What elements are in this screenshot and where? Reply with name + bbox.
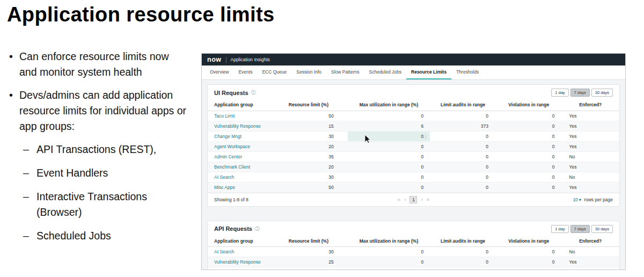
ui-requests-section: UI Requests ⓘ 1 day7 days30 days Applica… bbox=[207, 84, 620, 207]
table-row: Taco Limit50000Yes bbox=[208, 111, 619, 121]
cell: 0 bbox=[430, 131, 496, 141]
table-row: Agent Workspace20000Yes bbox=[208, 141, 619, 151]
current-page[interactable]: 1 bbox=[410, 196, 418, 203]
cell: 20 bbox=[269, 162, 348, 172]
app-screenshot-panel: now Application Insights OverviewEventsE… bbox=[201, 53, 626, 270]
showing-count: Showing 1-8 of 8 bbox=[214, 197, 248, 202]
application-group-link[interactable]: Vulnerability Response bbox=[214, 259, 261, 265]
api-requests-section: API Requests ⓘ 1 day7 days30 days Applic… bbox=[207, 221, 620, 271]
range-button-1-day[interactable]: 1 day bbox=[551, 225, 568, 233]
column-header: Application group bbox=[208, 99, 269, 111]
rows-per-page-select[interactable]: 10 ▾ bbox=[573, 197, 581, 202]
cell: 50 bbox=[269, 111, 348, 121]
application-group-link[interactable]: Admin Center bbox=[214, 154, 242, 159]
section-title: API Requests bbox=[214, 225, 252, 232]
cell: 373 bbox=[430, 121, 496, 131]
cell: Yes bbox=[562, 131, 619, 141]
pagination: « ‹ 1 › » bbox=[398, 196, 430, 203]
cell: 0 bbox=[430, 182, 496, 192]
column-header: Application group bbox=[208, 236, 269, 247]
cell: Admin Center bbox=[208, 151, 269, 162]
cell: 0 bbox=[430, 111, 496, 121]
tab-overview[interactable]: Overview bbox=[205, 65, 233, 79]
range-button-30-days[interactable]: 30 days bbox=[591, 225, 613, 233]
bullet-list: Can enforce resource limits now and moni… bbox=[8, 49, 187, 252]
cell: 0 bbox=[430, 162, 496, 172]
panel-content: UI Requests ⓘ 1 day7 days30 days Applica… bbox=[202, 80, 625, 270]
cell: 30 bbox=[269, 247, 348, 257]
cell: AI Search bbox=[208, 172, 269, 182]
tab-thresholds[interactable]: Thresholds bbox=[451, 65, 484, 79]
table-row: AI Search30000No bbox=[208, 247, 619, 257]
cell: Taco Limit bbox=[208, 111, 269, 121]
product-name: Application Insights bbox=[231, 57, 270, 62]
cell: 0 bbox=[496, 172, 562, 182]
application-group-link[interactable]: Misc Apps bbox=[214, 185, 235, 190]
next-page-icon[interactable]: › bbox=[421, 197, 423, 202]
info-icon[interactable]: ⓘ bbox=[251, 89, 256, 96]
application-group-link[interactable]: Taco Limit bbox=[214, 113, 235, 119]
range-button-30-days[interactable]: 30 days bbox=[591, 89, 613, 97]
tab-resource-limits[interactable]: Resource Limits bbox=[406, 65, 451, 79]
application-group-link[interactable]: Change Mngt bbox=[214, 134, 241, 139]
now-logo: now bbox=[207, 56, 222, 63]
cell: 15 bbox=[269, 121, 348, 131]
cell: Vulnerability Response bbox=[208, 257, 269, 267]
cell: 50 bbox=[269, 182, 348, 192]
rows-per-page: 10 ▾ rows per page bbox=[573, 197, 613, 202]
tab-slow-patterns[interactable]: Slow Patterns bbox=[326, 65, 364, 79]
kebab-menu-icon[interactable]: ⋮ bbox=[423, 134, 428, 139]
first-page-icon[interactable]: « bbox=[398, 197, 401, 202]
slide-canvas: Application resource limits Can enforce … bbox=[0, 0, 644, 277]
rows-per-page-value: 10 bbox=[573, 197, 577, 202]
range-button-7-days[interactable]: 7 days bbox=[570, 89, 590, 97]
tab-scheduled-jobs[interactable]: Scheduled Jobs bbox=[364, 65, 407, 79]
header-divider bbox=[226, 57, 226, 63]
tab-session-info[interactable]: Session Info bbox=[291, 65, 326, 79]
column-header: Limit audits in range bbox=[430, 99, 496, 111]
table-row: Misc Apps50000Yes bbox=[208, 182, 619, 192]
application-group-link[interactable]: Vulnerability Response bbox=[214, 123, 261, 129]
column-header: Max utilization in range (%) bbox=[348, 236, 430, 247]
chevron-down-icon: ▾ bbox=[579, 197, 581, 202]
cell: 0 bbox=[348, 182, 430, 192]
tab-ecc-queue[interactable]: ECC Queue bbox=[257, 65, 291, 79]
cell: Yes bbox=[562, 111, 619, 121]
table-row: Benchmark Client20000Yes bbox=[208, 162, 619, 172]
cell: Agent Workspace bbox=[208, 141, 269, 151]
table-footer: Showing 1-8 of 8 « ‹ 1 › » 10 ▾ rows per bbox=[208, 193, 619, 206]
sub-bullet-item: Interactive Transactions (Browser) bbox=[8, 189, 187, 220]
cell: 0 bbox=[496, 257, 562, 267]
range-button-7-days[interactable]: 7 days bbox=[570, 225, 590, 233]
cell: 0 bbox=[348, 172, 430, 182]
application-group-link[interactable]: AI Search bbox=[214, 249, 234, 254]
application-group-link[interactable]: Agent Workspace bbox=[214, 144, 250, 149]
cell: 0 bbox=[348, 162, 430, 172]
application-group-link[interactable]: AI Search bbox=[214, 174, 234, 180]
last-page-icon[interactable]: » bbox=[427, 197, 430, 202]
cell: 0 bbox=[348, 247, 430, 257]
range-button-1-day[interactable]: 1 day bbox=[551, 89, 568, 97]
slide-title: Application resource limits bbox=[7, 3, 275, 26]
info-icon[interactable]: ⓘ bbox=[255, 225, 260, 232]
table-row: Admin Center35000No bbox=[208, 151, 619, 162]
cell: 0 bbox=[496, 131, 562, 141]
table-row: Change Mngt300⋮00Yes bbox=[208, 131, 619, 141]
column-header: Violations in range bbox=[496, 99, 562, 111]
tab-events[interactable]: Events bbox=[233, 65, 257, 79]
range-buttons: 1 day7 days30 days bbox=[550, 89, 613, 97]
cell: 0 bbox=[430, 247, 496, 257]
column-header: Limit audits in range bbox=[430, 236, 496, 247]
cell: 0 bbox=[496, 247, 562, 257]
prev-page-icon[interactable]: ‹ bbox=[404, 197, 406, 202]
cell: No bbox=[562, 247, 619, 257]
cell: 35 bbox=[269, 151, 348, 162]
column-header: Enforced? bbox=[562, 236, 619, 247]
ui-requests-table: Application groupResource limit (%)Max u… bbox=[208, 99, 619, 193]
cell: 0 bbox=[496, 151, 562, 162]
cell: 0 bbox=[430, 141, 496, 151]
application-group-link[interactable]: Benchmark Client bbox=[214, 164, 250, 170]
cell: 0⋮ bbox=[348, 131, 430, 141]
cell: Benchmark Client bbox=[208, 162, 269, 172]
cell: No bbox=[562, 172, 619, 182]
